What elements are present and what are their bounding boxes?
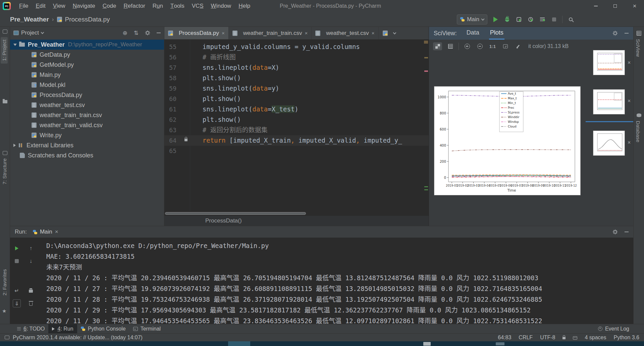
interpreter[interactable]: Python 3.6 xyxy=(614,335,640,341)
color-picker-button[interactable] xyxy=(514,42,523,50)
run-button[interactable] xyxy=(492,16,499,23)
fit-to-window-button[interactable] xyxy=(501,42,510,50)
project-item-weather-train-valid-csv[interactable]: weather_train_valid.csv xyxy=(10,120,164,130)
up-stack-button[interactable]: ↑ xyxy=(27,244,35,252)
close-tab-icon[interactable]: × xyxy=(305,30,308,36)
toolwindow-button-6-todo[interactable]: 6: TODO xyxy=(13,324,48,333)
tab-plots[interactable]: Plots xyxy=(489,27,504,40)
soft-wrap-button[interactable]: ↵ xyxy=(13,287,21,295)
close-tab-icon[interactable]: × xyxy=(222,30,225,36)
project-item-weather-test-csv[interactable]: weather_test.csv xyxy=(10,100,164,110)
project-item-main-py[interactable]: Main.py xyxy=(10,70,164,80)
editor-tab-weather-train-train-csv[interactable]: weather_train_train.csv× xyxy=(229,27,312,39)
debug-button[interactable] xyxy=(503,16,511,23)
stop-button[interactable] xyxy=(550,16,558,23)
taskbar-app-segment[interactable] xyxy=(228,341,250,346)
gear-icon[interactable] xyxy=(145,30,150,36)
hide-panel-button[interactable] xyxy=(157,33,161,33)
project-item-scratches-and-consoles[interactable]: Scratches and Consoles xyxy=(10,150,164,160)
hidden-tabs-button[interactable] xyxy=(379,27,400,39)
concurrency-button[interactable] xyxy=(539,16,546,23)
plot-thumbnail[interactable] xyxy=(593,131,625,156)
close-tab-icon[interactable]: × xyxy=(55,229,58,235)
project-item-weather-train-train-csv[interactable]: weather_train_train.csv xyxy=(10,110,164,120)
menu-run[interactable]: Run xyxy=(149,0,167,12)
toolwindow-button-python-console[interactable]: Python Console xyxy=(77,324,129,333)
scroll-to-end-button[interactable]: ⇓ xyxy=(13,299,21,307)
zoom-in-button[interactable] xyxy=(463,42,472,50)
lock-icon[interactable] xyxy=(562,337,566,339)
project-item-write-py[interactable]: Write.py xyxy=(10,130,164,140)
event-log-button[interactable]: Event Log xyxy=(598,324,629,333)
line-ending[interactable]: CRLF xyxy=(519,335,533,341)
plot-thumbnail[interactable] xyxy=(593,50,625,75)
print-button[interactable] xyxy=(27,287,35,295)
transparency-toggle-button[interactable] xyxy=(433,42,442,50)
close-tab-icon[interactable]: × xyxy=(372,30,375,36)
menu-edit[interactable]: Edit xyxy=(32,0,49,12)
project-item-getdata-py[interactable]: GetData.py xyxy=(10,50,164,60)
indent-setting[interactable]: 4 spaces xyxy=(585,335,606,341)
project-item-processdata-py[interactable]: ProcessData.py xyxy=(10,90,164,100)
project-item-pre-weather[interactable]: Pre_WeatherD:\python_repo\Pre_Weather xyxy=(10,40,164,50)
project-item-model-pkl[interactable]: Model.pkl xyxy=(10,80,164,90)
hide-panel-button[interactable] xyxy=(625,232,629,232)
sidebar-item-sciview[interactable]: SciView xyxy=(635,39,641,57)
close-thumbnail-icon[interactable]: × xyxy=(628,60,631,66)
close-thumbnail-icon[interactable]: × xyxy=(628,140,631,146)
search-everywhere-button[interactable] xyxy=(567,16,574,23)
caret-position[interactable]: 64:83 xyxy=(498,335,511,341)
project-item-external-libraries[interactable]: External Libraries xyxy=(10,140,164,150)
project-tree[interactable]: Pre_WeatherD:\python_repo\Pre_WeatherGet… xyxy=(10,39,164,226)
file-encoding[interactable]: UTF-8 xyxy=(540,335,555,341)
grid-toggle-button[interactable] xyxy=(446,42,455,50)
clear-console-button[interactable] xyxy=(27,299,35,307)
locate-file-button[interactable]: ⊕ xyxy=(123,30,127,37)
toolwindow-toggle-icon[interactable] xyxy=(5,336,9,339)
run-console-output[interactable]: D:\Anaconda3\python.exe D:/python_repo/P… xyxy=(46,238,633,324)
run-config-selector[interactable]: Main xyxy=(457,14,487,24)
menu-file[interactable]: File xyxy=(15,0,32,12)
sidebar-item-favorites[interactable]: 2: Favorites xyxy=(2,269,7,295)
restore-button[interactable] xyxy=(606,0,625,12)
menu-navigate[interactable]: Navigate xyxy=(69,0,99,12)
gear-icon[interactable] xyxy=(612,229,618,235)
sidebar-item-project[interactable]: 1: Project xyxy=(1,37,8,63)
close-button[interactable]: × xyxy=(625,0,644,12)
breadcrumb-project[interactable]: Pre_Weather xyxy=(10,16,49,23)
indexing-icon[interactable] xyxy=(573,336,577,340)
toolwindow-button-4-run[interactable]: 4: Run xyxy=(48,324,77,333)
project-item-getmodel-py[interactable]: GetModel.py xyxy=(10,60,164,70)
menu-window[interactable]: Window xyxy=(207,0,235,12)
zoom-out-button[interactable] xyxy=(475,42,484,50)
horizontal-scrollbar[interactable] xyxy=(164,211,429,216)
plot-thumbnail[interactable] xyxy=(593,89,625,114)
menu-vcs[interactable]: VCS xyxy=(188,0,207,12)
close-thumbnail-icon[interactable]: × xyxy=(628,98,631,104)
editor-breadcrumb[interactable]: ProcessData() xyxy=(164,216,429,226)
menu-refactor[interactable]: Refactor xyxy=(120,0,149,12)
coverage-button[interactable] xyxy=(515,16,523,23)
stop-button[interactable] xyxy=(13,257,21,265)
tab-data[interactable]: Data xyxy=(466,27,480,40)
chevron-down-icon[interactable] xyxy=(41,31,44,34)
rerun-button[interactable] xyxy=(13,244,21,252)
menu-view[interactable]: View xyxy=(49,0,69,12)
toolwindow-button-terminal[interactable]: Terminal xyxy=(129,324,164,333)
menu-tools[interactable]: Tools xyxy=(167,0,188,12)
breadcrumb-file[interactable]: ProcessData.py xyxy=(65,16,110,23)
plot-image[interactable]: 020040060080010002019-012019-022019-0320… xyxy=(434,86,581,195)
actual-size-button[interactable]: 1:1 xyxy=(488,42,497,50)
sidebar-item-database[interactable]: Database xyxy=(635,121,641,142)
editor-tab-weather-test-csv[interactable]: weather_test.csv× xyxy=(312,27,378,39)
gear-icon[interactable] xyxy=(612,31,618,36)
status-message[interactable]: PyCharm 2020.1.4 available: // Update...… xyxy=(13,335,143,341)
profiler-button[interactable] xyxy=(527,16,534,23)
menu-code[interactable]: Code xyxy=(99,0,120,12)
sidebar-item-structure[interactable]: 7: Structure xyxy=(2,158,7,185)
hide-panel-button[interactable] xyxy=(625,33,629,34)
minimize-button[interactable] xyxy=(586,0,605,12)
code-editor[interactable]: 55 imputed_y_valid.columns = y_valid.col… xyxy=(164,40,429,211)
down-stack-button[interactable]: ↓ xyxy=(27,257,35,265)
editor-tab-processdata-py[interactable]: ProcessData.py× xyxy=(164,27,229,39)
